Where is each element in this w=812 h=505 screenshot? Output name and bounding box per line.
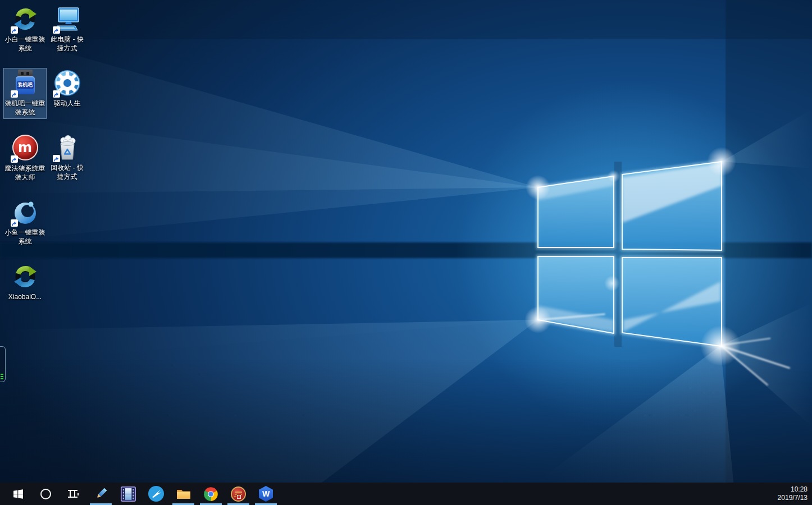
task-view-button[interactable] <box>60 483 87 505</box>
usb-label-text: 装机吧 <box>17 81 34 89</box>
icon-label: XiaobaiO... <box>4 292 46 301</box>
shortcut-arrow-icon <box>11 155 18 163</box>
bird-icon <box>148 486 164 502</box>
desktop-icon-mofazhu[interactable]: m 魔法猪系统重 装大师 <box>4 133 46 182</box>
red-m-icon: m <box>12 135 39 162</box>
desktop-icon-zhuangjiba[interactable]: 装机吧 装机吧一键重 装系统 <box>4 68 46 118</box>
gear-icon <box>54 70 81 97</box>
shortcut-arrow-icon <box>11 219 18 227</box>
file-explorer-button[interactable] <box>170 483 197 505</box>
taskbar-clock[interactable]: 10:28 2019/7/13 <box>778 485 812 502</box>
icon-label: 魔法猪系统重 装大师 <box>4 164 46 182</box>
windows-desktop-screen: 小白一键重装 系统 此电脑 - 快 捷方式 <box>0 0 812 505</box>
taskbar-left-cluster: W <box>0 483 280 505</box>
start-button[interactable] <box>4 483 32 505</box>
clock-date: 2019/7/13 <box>778 494 808 502</box>
file-explorer-icon <box>176 488 191 500</box>
shortcut-arrow-icon <box>53 155 60 162</box>
desktop-icon-xiaobai[interactable]: 小白一键重装 系统 <box>4 4 46 53</box>
desktop-icon-xiaobai-online[interactable]: XiaobaiO... <box>4 262 46 301</box>
sync-arrows-icon <box>12 6 39 33</box>
chrome-icon <box>203 486 218 502</box>
video-app-button[interactable] <box>115 483 142 505</box>
film-strip-icon <box>121 486 136 502</box>
edge-panel-handle[interactable] <box>0 346 6 382</box>
wps-office-button[interactable]: W <box>252 483 280 505</box>
sync-arrows-dark-icon <box>12 263 39 290</box>
wps-letter: W <box>262 489 270 498</box>
shortcut-arrow-icon <box>11 26 18 34</box>
wps-hexagon-icon: W <box>259 486 273 502</box>
desktop-icon-area: 小白一键重装 系统 此电脑 - 快 捷方式 <box>0 0 812 483</box>
shortcut-arrow-icon <box>53 26 60 34</box>
shortcut-arrow-icon <box>11 90 18 98</box>
desktop-icon-this-pc[interactable]: 此电脑 - 快 捷方式 <box>46 4 88 53</box>
recycle-bin-icon <box>54 134 81 161</box>
computer-icon <box>54 6 81 33</box>
bird-app-button[interactable] <box>142 483 170 505</box>
usb-drive-icon: 装机吧 <box>12 70 39 97</box>
icon-label: 小白一键重装 系统 <box>4 35 46 53</box>
task-view-icon <box>68 490 79 498</box>
desktop-icon-xiaoyu[interactable]: 小鱼一键重装 系统 <box>4 198 46 246</box>
desktop-icon-driver-life[interactable]: 驱动人生 <box>46 68 88 108</box>
pencil-icon <box>94 486 108 501</box>
logo-letter: m <box>18 141 32 154</box>
clock-time: 10:28 <box>778 485 808 494</box>
icon-label: 回收站 - 快 捷方式 <box>46 163 88 181</box>
cortana-search-button[interactable] <box>32 483 60 505</box>
pencil-app-button[interactable] <box>87 483 115 505</box>
red-round-app-icon <box>231 486 246 502</box>
red-app-button[interactable] <box>225 483 252 505</box>
shortcut-arrow-icon <box>53 90 60 98</box>
chrome-button[interactable] <box>197 483 225 505</box>
start-icon <box>13 489 23 499</box>
icon-label: 装机吧一键重 装系统 <box>4 99 46 117</box>
cortana-circle-icon <box>40 489 51 499</box>
icon-label: 此电脑 - 快 捷方式 <box>46 35 88 53</box>
taskbar: W 10:28 2019/7/13 <box>0 483 812 505</box>
icon-label: 驱动人生 <box>46 99 88 108</box>
blue-swirl-icon <box>12 199 39 226</box>
desktop-icon-recycle-bin[interactable]: 回收站 - 快 捷方式 <box>46 133 88 181</box>
icon-label: 小鱼一键重装 系统 <box>4 228 46 246</box>
